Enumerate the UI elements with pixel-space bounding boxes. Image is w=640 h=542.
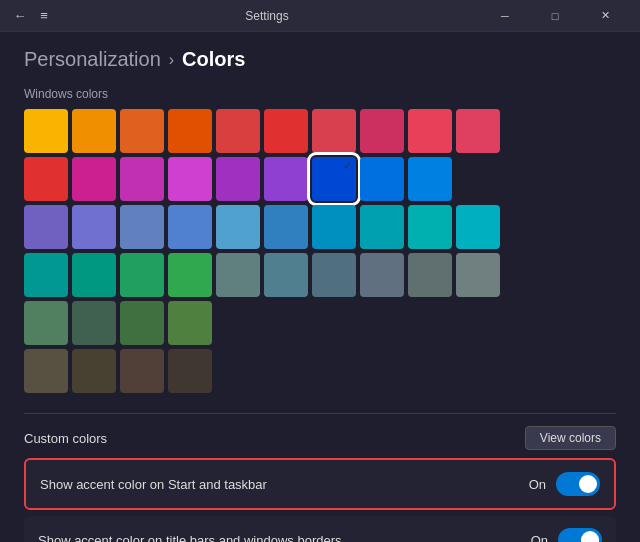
color-swatch[interactable]	[120, 349, 164, 393]
color-swatch[interactable]	[24, 157, 68, 201]
color-swatch[interactable]	[24, 109, 68, 153]
titlebar-setting-value-area: On	[531, 528, 602, 542]
titlebar-actions: ─ □ ✕	[482, 0, 628, 32]
color-swatch[interactable]	[216, 253, 260, 297]
color-swatch[interactable]	[264, 157, 308, 201]
view-colors-button[interactable]: View colors	[525, 426, 616, 450]
color-swatch[interactable]	[120, 109, 164, 153]
color-swatch	[408, 349, 452, 393]
color-swatch	[216, 301, 260, 345]
color-swatch[interactable]	[24, 205, 68, 249]
color-swatch	[264, 349, 308, 393]
color-swatch[interactable]	[72, 349, 116, 393]
color-swatch[interactable]	[168, 109, 212, 153]
color-swatch	[456, 301, 500, 345]
color-swatch[interactable]	[408, 109, 452, 153]
breadcrumb-current: Colors	[182, 48, 245, 71]
color-swatch[interactable]	[168, 301, 212, 345]
color-swatch[interactable]	[360, 253, 404, 297]
color-swatch[interactable]	[360, 205, 404, 249]
color-swatch[interactable]	[216, 205, 260, 249]
color-swatch[interactable]	[408, 157, 452, 201]
divider	[24, 413, 616, 414]
taskbar-setting-toggle-knob	[579, 475, 597, 493]
color-swatch[interactable]	[120, 205, 164, 249]
color-swatch[interactable]	[312, 253, 356, 297]
color-swatch[interactable]	[24, 301, 68, 345]
menu-button[interactable]: ≡	[36, 8, 52, 24]
color-swatch[interactable]	[456, 253, 500, 297]
color-swatch[interactable]	[264, 253, 308, 297]
color-swatch[interactable]	[312, 109, 356, 153]
titlebar-setting-label: Show accent color on title bars and wind…	[38, 533, 342, 543]
color-swatch[interactable]	[456, 109, 500, 153]
taskbar-setting-value-area: On	[529, 472, 600, 496]
color-swatch[interactable]	[168, 253, 212, 297]
titlebar-title: Settings	[64, 9, 470, 23]
color-swatch[interactable]	[312, 205, 356, 249]
color-swatch[interactable]	[120, 157, 164, 201]
color-swatch[interactable]	[168, 349, 212, 393]
color-swatch[interactable]	[360, 157, 404, 201]
color-swatch[interactable]	[24, 349, 68, 393]
breadcrumb: Personalization › Colors	[24, 48, 616, 71]
breadcrumb-separator: ›	[169, 51, 174, 69]
color-swatch[interactable]	[264, 109, 308, 153]
color-swatch[interactable]	[216, 157, 260, 201]
color-swatch[interactable]	[408, 205, 452, 249]
taskbar-setting: Show accent color on Start and taskbarOn	[24, 458, 616, 510]
color-swatch[interactable]	[120, 253, 164, 297]
titlebar-setting: Show accent color on title bars and wind…	[24, 516, 616, 542]
color-swatch[interactable]	[72, 205, 116, 249]
custom-colors-row: Custom colors View colors	[24, 426, 616, 450]
color-swatch[interactable]	[408, 253, 452, 297]
taskbar-setting-label: Show accent color on Start and taskbar	[40, 477, 267, 492]
titlebar-setting-value-label: On	[531, 533, 548, 543]
minimize-button[interactable]: ─	[482, 0, 528, 32]
color-swatch	[360, 349, 404, 393]
taskbar-setting-value-label: On	[529, 477, 546, 492]
breadcrumb-parent[interactable]: Personalization	[24, 48, 161, 71]
color-swatch[interactable]	[72, 253, 116, 297]
color-swatch[interactable]	[72, 157, 116, 201]
color-swatch	[360, 301, 404, 345]
titlebar-nav: ← ≡	[12, 8, 52, 24]
back-button[interactable]: ←	[12, 8, 28, 24]
color-grid	[24, 109, 616, 393]
color-swatch[interactable]	[168, 205, 212, 249]
color-swatch	[216, 349, 260, 393]
titlebar-setting-toggle-knob	[581, 531, 599, 542]
main-content: Personalization › Colors Windows colors …	[0, 32, 640, 542]
color-swatch	[408, 301, 452, 345]
color-swatch[interactable]	[72, 109, 116, 153]
taskbar-setting-toggle[interactable]	[556, 472, 600, 496]
close-button[interactable]: ✕	[582, 0, 628, 32]
color-swatch[interactable]	[24, 253, 68, 297]
color-swatch	[312, 349, 356, 393]
color-swatch[interactable]	[264, 205, 308, 249]
color-swatch[interactable]	[120, 301, 164, 345]
maximize-button[interactable]: □	[532, 0, 578, 32]
custom-colors-label: Custom colors	[24, 431, 107, 446]
color-swatch	[456, 349, 500, 393]
color-swatch	[312, 301, 356, 345]
color-swatch[interactable]	[456, 205, 500, 249]
color-swatch	[264, 301, 308, 345]
windows-colors-label: Windows colors	[24, 87, 616, 101]
titlebar: ← ≡ Settings ─ □ ✕	[0, 0, 640, 32]
color-swatch[interactable]	[72, 301, 116, 345]
settings-container: Show accent color on Start and taskbarOn…	[24, 458, 616, 542]
color-swatch[interactable]	[312, 157, 356, 201]
color-swatch	[456, 157, 500, 201]
color-swatch[interactable]	[360, 109, 404, 153]
color-swatch[interactable]	[216, 109, 260, 153]
titlebar-setting-toggle[interactable]	[558, 528, 602, 542]
color-swatch[interactable]	[168, 157, 212, 201]
